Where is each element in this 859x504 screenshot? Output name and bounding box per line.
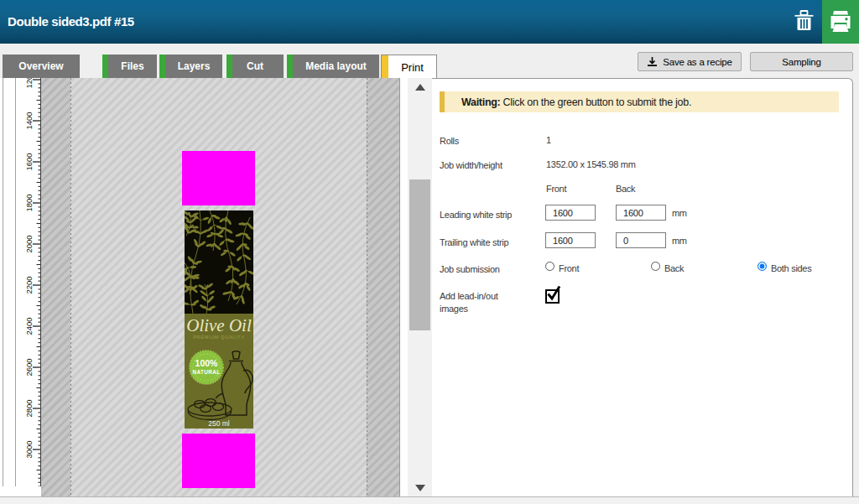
svg-text:100%: 100% (195, 358, 219, 368)
svg-text:Olive Oil: Olive Oil (186, 315, 252, 335)
svg-text:PREMIUM QUALITY: PREMIUM QUALITY (193, 335, 245, 340)
svg-text:250 ml: 250 ml (208, 419, 230, 428)
svg-text:NATURAL: NATURAL (192, 369, 220, 375)
